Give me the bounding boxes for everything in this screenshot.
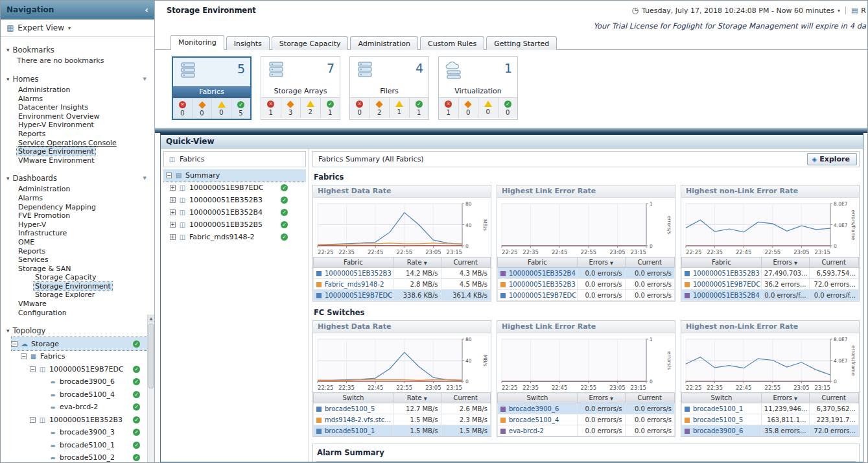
- expander-icon[interactable]: +: [170, 197, 176, 203]
- expander-icon[interactable]: −: [166, 172, 172, 178]
- critical-status[interactable]: 0: [193, 99, 212, 119]
- topology-node[interactable]: brocade3900_6 ✓: [12, 375, 150, 388]
- entity-link[interactable]: mds9148-2.vfs.stc...: [325, 416, 391, 423]
- table-row[interactable]: Fabric_mds9148-2 2.8 MB/s 4.5 MB/s: [314, 279, 491, 290]
- dashboards-item[interactable]: Alarms: [17, 194, 150, 203]
- fatal-status[interactable]: ×0: [173, 99, 193, 119]
- tab[interactable]: Getting Started: [486, 36, 557, 50]
- topology-node[interactable]: brocade5100_2 ✓: [12, 451, 150, 462]
- expander-icon[interactable]: −: [12, 341, 18, 347]
- table-row[interactable]: 100000051E9B7EDC 338.6 KB/s 361.4 KB/s: [314, 290, 491, 301]
- entity-link[interactable]: 100000051E9B7EDC: [509, 292, 576, 299]
- entity-link[interactable]: 100000051EB352B3: [509, 281, 576, 288]
- entity-link[interactable]: brocade3900_6: [693, 427, 743, 434]
- topology-node[interactable]: − Storage ✓: [12, 337, 150, 350]
- homes-item[interactable]: Service Operations Console: [17, 139, 150, 148]
- entity-link[interactable]: brocade5100_1: [693, 405, 743, 412]
- topology-node[interactable]: brocade5100_1 ✓: [12, 438, 150, 451]
- table-row[interactable]: brocade5100_1 1.5 MB/s 1.5 MB/s: [314, 425, 491, 436]
- expander-icon[interactable]: −: [30, 366, 36, 372]
- expander-icon[interactable]: +: [170, 222, 176, 228]
- homes-section-header[interactable]: ▾ Homes ▼: [6, 73, 150, 85]
- explore-button[interactable]: ◈ Explore: [807, 153, 857, 165]
- homes-item[interactable]: Hyper-V Environment: [17, 121, 150, 130]
- dashboards-item[interactable]: OME: [17, 238, 150, 247]
- collapse-panel-icon[interactable]: ‹: [145, 5, 148, 14]
- dashboards-item[interactable]: Storage Explorer: [25, 291, 150, 300]
- entity-link[interactable]: 100000051EB352B3: [693, 270, 760, 277]
- dashboards-item[interactable]: Storage & SAN: [17, 265, 150, 274]
- fatal-status[interactable]: ×0: [350, 98, 370, 118]
- tree-item[interactable]: + 100000051EB352B4 ✓: [163, 206, 306, 219]
- topology-section-header[interactable]: ▾ Topology: [6, 325, 150, 337]
- homes-item[interactable]: Administration: [17, 86, 150, 95]
- column-header[interactable]: Sev: [317, 462, 373, 462]
- dashboards-item[interactable]: Storage Capacity: [25, 273, 150, 282]
- column-header[interactable]: Fabric: [314, 257, 393, 268]
- dashboards-item[interactable]: Reports: [17, 247, 150, 256]
- dashboards-item[interactable]: Configuration: [17, 309, 150, 318]
- table-row[interactable]: 100000051EB352B4 0.0 errors/s 0.0 errors…: [498, 268, 675, 279]
- table-row[interactable]: brocade3900_6 0.0 errors/s 0.0 errors/s: [498, 403, 675, 414]
- normal-status[interactable]: ✓5: [231, 99, 250, 119]
- column-header[interactable]: Errors▼: [761, 393, 809, 403]
- tree-item[interactable]: − Summary ✓: [163, 169, 306, 182]
- expert-view-selector[interactable]: ▦ Expert View ▾: [1, 19, 154, 37]
- fatal-status[interactable]: ×1: [439, 98, 459, 118]
- entity-link[interactable]: 100000051E9B7EDC: [693, 281, 760, 288]
- time-range-control[interactable]: ◷ Tuesday, July 17, 2018 10:24:08 PM - N…: [631, 6, 866, 15]
- entity-link[interactable]: 100000051EB352B3: [325, 270, 392, 277]
- entity-link[interactable]: eva-brcd-2: [509, 427, 544, 434]
- table-row[interactable]: 100000051EB352B3 14.2 MB/s 4.3 MB/s: [314, 268, 491, 279]
- topology-node[interactable]: brocade3900_3 ✓: [12, 426, 150, 439]
- tab[interactable]: Administration: [350, 36, 418, 50]
- homes-item[interactable]: Alarms: [17, 95, 150, 104]
- column-header[interactable]: Current: [625, 257, 674, 268]
- warning-status[interactable]: 1: [390, 98, 410, 118]
- entity-link[interactable]: 100000051E9B7EDC: [325, 292, 392, 299]
- table-row[interactable]: eva-brcd-2 0.0 errors/s 0.0 errors/s: [498, 425, 675, 436]
- column-header[interactable]: Current: [441, 257, 490, 268]
- normal-status[interactable]: ✓0: [499, 98, 518, 118]
- column-header[interactable]: Message: [734, 462, 856, 462]
- column-header[interactable]: Errors▼: [577, 393, 625, 403]
- tile-filers[interactable]: 4 Filers ×0 2 1 ✓1: [349, 56, 429, 120]
- table-row[interactable]: brocade3900_6 35.8 errors... 72.0 errors…: [682, 425, 859, 436]
- topology-node[interactable]: − 100000051E9B7EDC ✓: [12, 362, 150, 375]
- entity-link[interactable]: brocade5100_1: [325, 427, 375, 434]
- filter-icon[interactable]: ▼: [143, 176, 147, 181]
- topology-node[interactable]: − Fabrics ✓: [12, 350, 150, 363]
- tile-virtualization[interactable]: 1 Virtualization ×1 0 0 ✓0: [438, 56, 518, 120]
- table-row[interactable]: brocade5100_5 12.7 MB/s 2.6 MB/s: [314, 403, 491, 414]
- table-row[interactable]: 100000051EB352B3 0.0 errors/s 0.0 errors…: [498, 279, 675, 290]
- critical-status[interactable]: 3: [281, 98, 301, 118]
- column-header[interactable]: Errors▼: [577, 257, 625, 268]
- dashboards-section-header[interactable]: ▾ Dashboards ▼: [6, 172, 150, 184]
- table-row[interactable]: 100000051E9B7EDC 0.0 errors/s 0.0 errors…: [498, 290, 675, 301]
- homes-item[interactable]: Datacenter Insights: [17, 103, 150, 112]
- warning-status[interactable]: 0: [478, 98, 499, 118]
- column-header[interactable]: Current: [809, 257, 858, 268]
- dashboards-item[interactable]: Services: [17, 255, 150, 265]
- dashboards-item[interactable]: Infrastructure: [17, 229, 150, 238]
- column-header[interactable]: Fabric: [682, 257, 762, 268]
- dashboards-item[interactable]: FVE Promotion: [17, 211, 150, 220]
- column-header[interactable]: Instance Name: [524, 462, 734, 462]
- dashboards-item[interactable]: VMware: [17, 300, 150, 309]
- expander-icon[interactable]: +: [170, 209, 176, 215]
- table-row[interactable]: mds9148-2.vfs.stc... 1.5 MB/s 2.3 MB/s: [314, 414, 491, 425]
- critical-status[interactable]: 0: [459, 98, 479, 118]
- entity-link[interactable]: 100000051EB352B4: [509, 270, 576, 277]
- table-row[interactable]: brocade5100_1 11,239,946... 6,370,562...: [682, 403, 859, 414]
- table-row[interactable]: 100000051EB352B3 27,490,703... 6,593,754…: [682, 268, 859, 279]
- column-header[interactable]: Errors▼: [761, 257, 809, 268]
- expander-icon[interactable]: +: [170, 185, 176, 191]
- expander-icon[interactable]: +: [170, 234, 176, 240]
- tree-item[interactable]: + 100000051E9B7EDC ✓: [163, 182, 306, 194]
- scrollbar-thumb[interactable]: [148, 324, 154, 388]
- reports-button[interactable]: R: [861, 6, 866, 15]
- tree-item[interactable]: + 100000051EB352B3 ✓: [163, 194, 306, 206]
- expander-icon[interactable]: −: [21, 353, 27, 359]
- column-header[interactable]: Rate▼: [393, 257, 441, 268]
- homes-item[interactable]: Storage Environment: [17, 147, 150, 156]
